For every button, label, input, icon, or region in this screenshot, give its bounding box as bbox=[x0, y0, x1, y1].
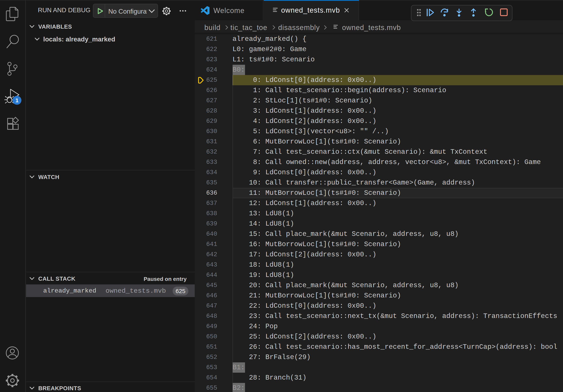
svg-text:1: 1 bbox=[15, 97, 19, 104]
